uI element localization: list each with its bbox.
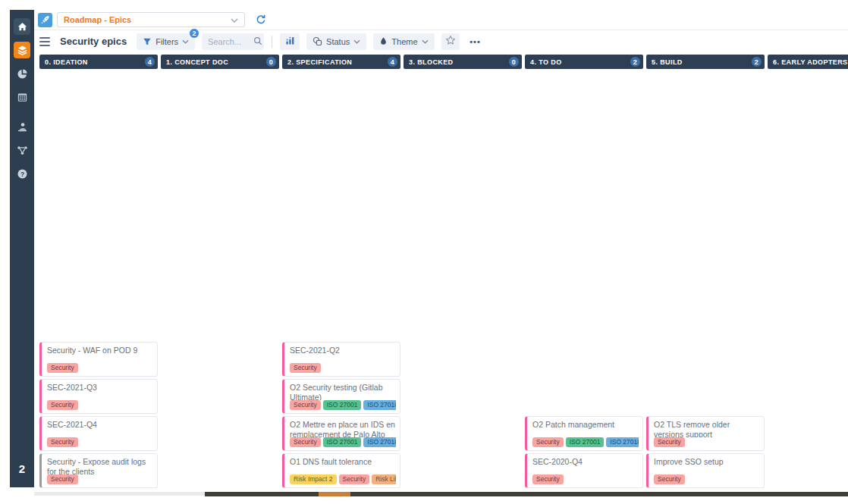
column-header: 2. SPECIFICATION4 — [282, 55, 400, 69]
view-selector[interactable]: Roadmap - Epics — [57, 12, 245, 27]
board-toolbar: Security epics Filters 2 — [34, 30, 848, 52]
board-title: Security epics — [60, 36, 127, 47]
board-column: 2. SPECIFICATION4SEC-2021-Q2SecurityO2 S… — [282, 55, 400, 488]
network-icon — [17, 145, 28, 156]
epic-card[interactable]: O2 Mettre en place un IDS en remplacemen… — [282, 416, 400, 451]
epic-card[interactable]: O2 Patch managementSecurityISO 27001ISO … — [525, 416, 643, 451]
epic-card[interactable]: O1 DNS fault toleranceRisk Impact 2Secur… — [282, 453, 400, 488]
theme-label: Theme — [391, 37, 417, 46]
epic-card[interactable]: SEC-2021-Q2Security — [282, 342, 400, 377]
user-icon — [17, 121, 28, 133]
main-area: Roadmap - Epics Security epics Filters — [34, 10, 848, 504]
epic-card[interactable]: SEC-2020-Q4Security — [525, 453, 643, 488]
card-tags: Security — [47, 474, 153, 485]
chevron-down-icon — [231, 15, 238, 24]
column-header: 3. BLOCKED0 — [404, 55, 522, 69]
column-header: 5. BUILD2 — [646, 55, 765, 69]
tag: Security — [47, 474, 78, 485]
card-title: O2 Patch management — [532, 420, 639, 430]
color-by-theme-button[interactable]: Theme — [373, 33, 434, 50]
status-label: Status — [326, 37, 350, 46]
tag: Security — [532, 437, 564, 448]
column-count-badge: 4 — [388, 57, 397, 67]
card-title: Security - WAF on POD 9 — [47, 346, 153, 355]
board-column: 3. BLOCKED0 — [404, 55, 522, 488]
column-label: 5. BUILD — [652, 58, 683, 66]
card-tags: Security — [654, 437, 760, 448]
tag: Security — [290, 400, 321, 411]
column-header: 0. IDEATION4 — [39, 55, 158, 69]
sidebar-item-home[interactable] — [14, 18, 30, 35]
filters-button[interactable]: Filters 2 — [137, 33, 195, 50]
epic-card[interactable]: Improve SSO setupSecurity — [646, 453, 765, 488]
sidebar-item-user[interactable] — [14, 118, 30, 135]
column-label: 1. CONCEPT DOC — [166, 58, 228, 66]
column-body — [161, 69, 279, 488]
column-label: 2. SPECIFICATION — [287, 58, 352, 66]
card-tags: SecurityISO 27001ISO 27018GDPR — [290, 437, 396, 448]
tag: Security — [339, 474, 370, 485]
epic-card[interactable]: O2 TLS remove older versions supportSecu… — [646, 416, 765, 451]
epic-card[interactable]: Security - Expose audit logs for the cli… — [39, 453, 158, 488]
favorite-button[interactable] — [441, 33, 460, 50]
board-column: 1. CONCEPT DOC0 — [161, 55, 279, 488]
search-input[interactable] — [206, 36, 253, 47]
bottom-scrollbar[interactable] — [205, 492, 848, 496]
column-body — [768, 69, 848, 488]
column-body — [404, 69, 522, 488]
card-tags: Security — [47, 363, 153, 374]
more-options-button[interactable]: ••• — [466, 33, 485, 50]
tag: Security — [47, 400, 78, 411]
card-title: SEC-2021-Q4 — [47, 420, 153, 430]
bar-chart-icon — [285, 35, 295, 49]
refresh-button[interactable] — [254, 13, 268, 27]
epic-card[interactable]: O2 Security testing (Gitlab Ultimate)Sec… — [282, 379, 400, 414]
tag: Security — [47, 437, 78, 448]
column-header: 4. TO DO2 — [525, 55, 643, 69]
sidebar-nav: ? — [14, 18, 30, 189]
sidebar-item-layers[interactable] — [14, 42, 30, 58]
search-icon — [253, 35, 262, 49]
tag: ISO 27001 — [323, 400, 362, 411]
epic-card[interactable]: Security - WAF on POD 9Security — [39, 342, 158, 377]
card-title: O1 DNS fault tolerance — [290, 457, 396, 467]
tag: Security — [654, 474, 685, 485]
card-title: O2 TLS remove older versions support — [654, 420, 760, 437]
bottom-scrollbar-accent — [319, 492, 350, 496]
column-label: 4. TO DO — [530, 58, 562, 66]
card-title: Improve SSO setup — [654, 457, 760, 467]
tag: ISO 27001 — [323, 437, 362, 448]
card-title: O2 Mettre en place un IDS en remplacemen… — [290, 420, 396, 437]
sidebar-item-help[interactable]: ? — [14, 165, 30, 182]
sidebar-item-network[interactable] — [14, 142, 30, 158]
epic-card[interactable]: SEC-2021-Q4Security — [39, 416, 158, 451]
column-count-badge: 2 — [752, 57, 762, 67]
card-title: SEC-2021-Q2 — [290, 346, 396, 355]
card-title: SEC-2021-Q3 — [47, 383, 153, 393]
chart-view-button[interactable] — [280, 33, 300, 50]
card-tags: SecurityISO 27001ISO 27018GDPR — [532, 437, 639, 448]
column-header: 6. EARLY ADOPTERS — [768, 55, 848, 69]
filters-label: Filters — [155, 37, 178, 46]
card-tags: Security — [532, 474, 639, 485]
sidebar-item-pie-chart[interactable] — [14, 65, 30, 82]
search-box[interactable] — [202, 33, 264, 50]
board-column: 6. EARLY ADOPTERS — [768, 55, 848, 488]
column-header: 1. CONCEPT DOC0 — [161, 55, 279, 69]
menu-icon[interactable] — [39, 37, 50, 46]
epic-card[interactable]: SEC-2021-Q3Security — [39, 379, 158, 414]
chevron-down-icon — [422, 39, 429, 44]
board-column: 5. BUILD2O2 TLS remove older versions su… — [646, 55, 765, 488]
app-window: ? 2 Roadmap - Epics Security epics — [0, 0, 848, 504]
filter-funnel-icon — [143, 37, 152, 46]
card-tags: Security — [47, 437, 153, 448]
sidebar-item-calendar[interactable] — [14, 89, 30, 105]
column-label: 6. EARLY ADOPTERS — [773, 58, 848, 66]
tag: Security — [290, 363, 321, 374]
group-by-status-button[interactable]: Status — [306, 33, 366, 50]
card-title: O2 Security testing (Gitlab Ultimate) — [290, 383, 396, 400]
chevron-down-icon — [353, 39, 360, 44]
card-title: Security - Expose audit logs for the cli… — [47, 457, 153, 474]
column-count-badge: 0 — [509, 57, 519, 67]
tag: Security — [290, 437, 321, 448]
